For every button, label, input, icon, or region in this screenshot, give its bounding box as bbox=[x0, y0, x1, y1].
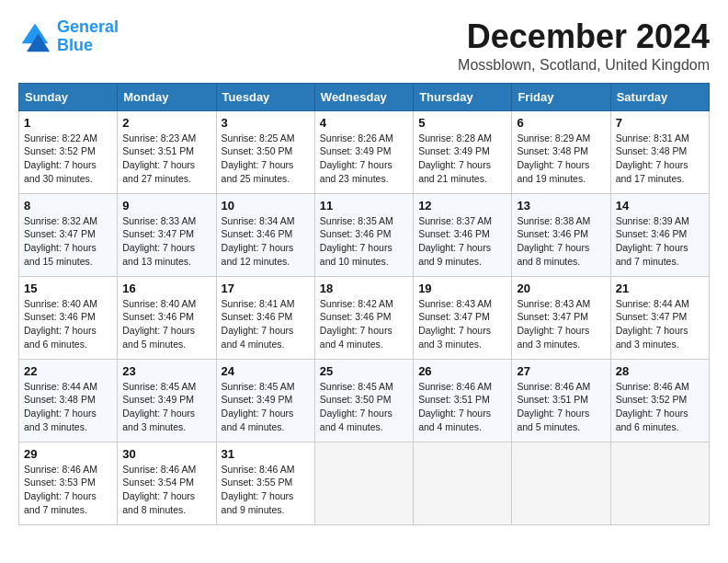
day-number: 20 bbox=[517, 282, 605, 295]
calendar-table: SundayMondayTuesdayWednesdayThursdayFrid… bbox=[18, 83, 710, 525]
day-number: 7 bbox=[616, 116, 704, 130]
day-number: 25 bbox=[320, 364, 408, 378]
day-number: 19 bbox=[418, 282, 506, 295]
day-number: 28 bbox=[616, 364, 704, 378]
calendar-cell: 14Sunrise: 8:39 AM Sunset: 3:46 PM Dayli… bbox=[610, 193, 709, 276]
day-info: Sunrise: 8:43 AM Sunset: 3:47 PM Dayligh… bbox=[517, 297, 605, 351]
day-info: Sunrise: 8:38 AM Sunset: 3:46 PM Dayligh… bbox=[517, 214, 605, 269]
calendar-cell: 9Sunrise: 8:33 AM Sunset: 3:47 PM Daylig… bbox=[118, 193, 216, 276]
day-info: Sunrise: 8:40 AM Sunset: 3:46 PM Dayligh… bbox=[122, 297, 210, 351]
day-info: Sunrise: 8:45 AM Sunset: 3:49 PM Dayligh… bbox=[222, 380, 310, 434]
calendar-cell: 29Sunrise: 8:46 AM Sunset: 3:53 PM Dayli… bbox=[19, 442, 118, 524]
calendar-cell: 27Sunrise: 8:46 AM Sunset: 3:51 PM Dayli… bbox=[512, 359, 610, 442]
calendar-cell: 13Sunrise: 8:38 AM Sunset: 3:46 PM Dayli… bbox=[512, 193, 610, 276]
day-number: 24 bbox=[222, 364, 310, 378]
day-info: Sunrise: 8:45 AM Sunset: 3:50 PM Dayligh… bbox=[320, 380, 408, 434]
calendar-week-row: 1Sunrise: 8:22 AM Sunset: 3:52 PM Daylig… bbox=[19, 110, 710, 193]
day-number: 27 bbox=[517, 364, 605, 378]
calendar-cell: 19Sunrise: 8:43 AM Sunset: 3:47 PM Dayli… bbox=[414, 276, 512, 359]
day-info: Sunrise: 8:34 AM Sunset: 3:46 PM Dayligh… bbox=[222, 214, 310, 269]
day-number: 9 bbox=[122, 199, 210, 213]
calendar-week-row: 22Sunrise: 8:44 AM Sunset: 3:48 PM Dayli… bbox=[19, 359, 710, 442]
day-number: 14 bbox=[616, 199, 704, 213]
day-header-monday: Monday bbox=[118, 83, 216, 110]
day-number: 29 bbox=[24, 447, 112, 461]
logo-line1: General bbox=[57, 17, 119, 36]
day-info: Sunrise: 8:46 AM Sunset: 3:51 PM Dayligh… bbox=[418, 380, 506, 434]
calendar-cell: 18Sunrise: 8:42 AM Sunset: 3:46 PM Dayli… bbox=[314, 276, 413, 359]
day-number: 31 bbox=[222, 447, 310, 461]
day-number: 2 bbox=[122, 116, 210, 130]
day-number: 17 bbox=[222, 282, 310, 295]
day-info: Sunrise: 8:45 AM Sunset: 3:49 PM Dayligh… bbox=[122, 380, 210, 434]
calendar-cell: 6Sunrise: 8:29 AM Sunset: 3:48 PM Daylig… bbox=[512, 110, 610, 193]
logo: General Blue bbox=[18, 18, 119, 55]
calendar-cell: 4Sunrise: 8:26 AM Sunset: 3:49 PM Daylig… bbox=[314, 110, 413, 193]
day-info: Sunrise: 8:26 AM Sunset: 3:49 PM Dayligh… bbox=[320, 132, 408, 186]
day-info: Sunrise: 8:37 AM Sunset: 3:46 PM Dayligh… bbox=[418, 214, 506, 269]
calendar-cell: 16Sunrise: 8:40 AM Sunset: 3:46 PM Dayli… bbox=[118, 276, 216, 359]
logo-text: General Blue bbox=[57, 18, 119, 55]
day-info: Sunrise: 8:40 AM Sunset: 3:46 PM Dayligh… bbox=[24, 297, 112, 351]
day-number: 16 bbox=[122, 282, 210, 295]
calendar-cell: 15Sunrise: 8:40 AM Sunset: 3:46 PM Dayli… bbox=[19, 276, 118, 359]
page-header: General Blue December 2024 Mossblown, Sc… bbox=[18, 18, 710, 74]
calendar-cell: 30Sunrise: 8:46 AM Sunset: 3:54 PM Dayli… bbox=[118, 442, 216, 524]
calendar-cell: 25Sunrise: 8:45 AM Sunset: 3:50 PM Dayli… bbox=[314, 359, 413, 442]
day-number: 10 bbox=[222, 199, 310, 213]
day-header-thursday: Thursday bbox=[414, 83, 512, 110]
calendar-week-row: 15Sunrise: 8:40 AM Sunset: 3:46 PM Dayli… bbox=[19, 276, 710, 359]
calendar-cell: 2Sunrise: 8:23 AM Sunset: 3:51 PM Daylig… bbox=[118, 110, 216, 193]
day-header-tuesday: Tuesday bbox=[216, 83, 314, 110]
calendar-cell: 5Sunrise: 8:28 AM Sunset: 3:49 PM Daylig… bbox=[414, 110, 512, 193]
logo-line2: Blue bbox=[57, 37, 119, 55]
calendar-cell: 21Sunrise: 8:44 AM Sunset: 3:47 PM Dayli… bbox=[610, 276, 709, 359]
day-number: 11 bbox=[320, 199, 408, 213]
day-number: 6 bbox=[517, 116, 605, 130]
day-number: 5 bbox=[418, 116, 506, 130]
day-header-saturday: Saturday bbox=[610, 83, 709, 110]
calendar-header-row: SundayMondayTuesdayWednesdayThursdayFrid… bbox=[19, 83, 710, 110]
calendar-cell: 12Sunrise: 8:37 AM Sunset: 3:46 PM Dayli… bbox=[414, 193, 512, 276]
day-number: 23 bbox=[122, 364, 210, 378]
calendar-cell: 8Sunrise: 8:32 AM Sunset: 3:47 PM Daylig… bbox=[19, 193, 118, 276]
day-info: Sunrise: 8:32 AM Sunset: 3:47 PM Dayligh… bbox=[24, 214, 112, 269]
day-info: Sunrise: 8:39 AM Sunset: 3:46 PM Dayligh… bbox=[616, 214, 704, 269]
calendar-cell: 17Sunrise: 8:41 AM Sunset: 3:46 PM Dayli… bbox=[216, 276, 314, 359]
day-number: 15 bbox=[24, 282, 112, 295]
day-info: Sunrise: 8:25 AM Sunset: 3:50 PM Dayligh… bbox=[222, 132, 310, 186]
calendar-cell bbox=[414, 442, 512, 524]
day-info: Sunrise: 8:42 AM Sunset: 3:46 PM Dayligh… bbox=[320, 297, 408, 351]
day-info: Sunrise: 8:46 AM Sunset: 3:53 PM Dayligh… bbox=[24, 463, 112, 517]
day-header-sunday: Sunday bbox=[19, 83, 118, 110]
calendar-cell: 26Sunrise: 8:46 AM Sunset: 3:51 PM Dayli… bbox=[414, 359, 512, 442]
day-number: 22 bbox=[24, 364, 112, 378]
day-info: Sunrise: 8:46 AM Sunset: 3:55 PM Dayligh… bbox=[222, 463, 310, 517]
day-number: 18 bbox=[320, 282, 408, 295]
day-info: Sunrise: 8:41 AM Sunset: 3:46 PM Dayligh… bbox=[222, 297, 310, 351]
day-info: Sunrise: 8:28 AM Sunset: 3:49 PM Dayligh… bbox=[418, 132, 506, 186]
day-info: Sunrise: 8:22 AM Sunset: 3:52 PM Dayligh… bbox=[24, 132, 112, 186]
month-title: December 2024 bbox=[458, 18, 710, 55]
calendar-cell: 1Sunrise: 8:22 AM Sunset: 3:52 PM Daylig… bbox=[19, 110, 118, 193]
title-block: December 2024 Mossblown, Scotland, Unite… bbox=[458, 18, 710, 74]
calendar-cell: 10Sunrise: 8:34 AM Sunset: 3:46 PM Dayli… bbox=[216, 193, 314, 276]
calendar-cell: 28Sunrise: 8:46 AM Sunset: 3:52 PM Dayli… bbox=[610, 359, 709, 442]
day-info: Sunrise: 8:31 AM Sunset: 3:48 PM Dayligh… bbox=[616, 132, 704, 186]
day-info: Sunrise: 8:44 AM Sunset: 3:47 PM Dayligh… bbox=[616, 297, 704, 351]
day-info: Sunrise: 8:43 AM Sunset: 3:47 PM Dayligh… bbox=[418, 297, 506, 351]
day-info: Sunrise: 8:46 AM Sunset: 3:51 PM Dayligh… bbox=[517, 380, 605, 434]
day-number: 30 bbox=[122, 447, 210, 461]
day-info: Sunrise: 8:35 AM Sunset: 3:46 PM Dayligh… bbox=[320, 214, 408, 269]
day-info: Sunrise: 8:29 AM Sunset: 3:48 PM Dayligh… bbox=[517, 132, 605, 186]
day-info: Sunrise: 8:23 AM Sunset: 3:51 PM Dayligh… bbox=[122, 132, 210, 186]
day-number: 4 bbox=[320, 116, 408, 130]
day-info: Sunrise: 8:46 AM Sunset: 3:52 PM Dayligh… bbox=[616, 380, 704, 434]
calendar-cell: 7Sunrise: 8:31 AM Sunset: 3:48 PM Daylig… bbox=[610, 110, 709, 193]
calendar-cell bbox=[314, 442, 413, 524]
calendar-cell: 22Sunrise: 8:44 AM Sunset: 3:48 PM Dayli… bbox=[19, 359, 118, 442]
day-number: 1 bbox=[24, 116, 112, 130]
logo-icon bbox=[18, 20, 51, 53]
calendar-week-row: 8Sunrise: 8:32 AM Sunset: 3:47 PM Daylig… bbox=[19, 193, 710, 276]
calendar-week-row: 29Sunrise: 8:46 AM Sunset: 3:53 PM Dayli… bbox=[19, 442, 710, 524]
